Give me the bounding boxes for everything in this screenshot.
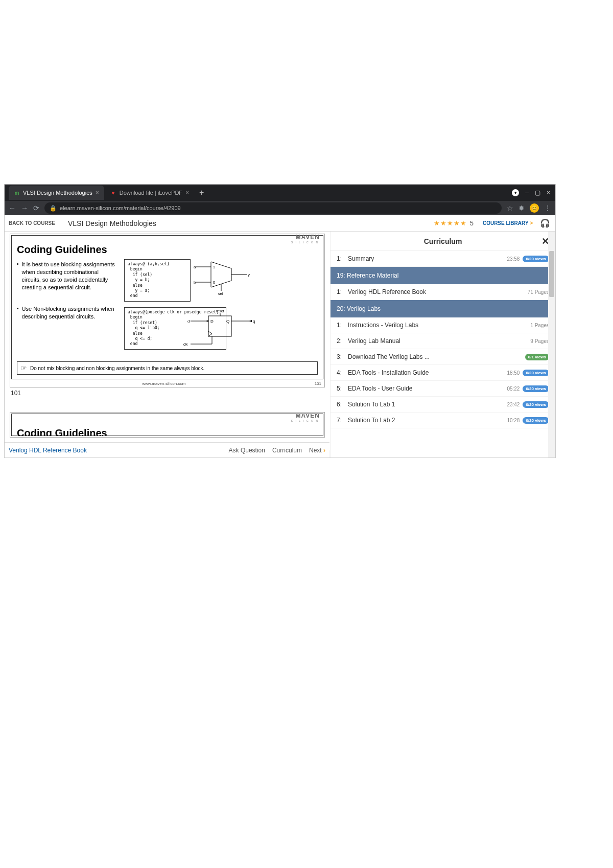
next-button[interactable]: Next › [309, 447, 325, 454]
sidebar-item-lab-3[interactable]: 3:Download The Verilog Labs ...0/1 views [331, 349, 555, 365]
svg-text:Q: Q [226, 319, 229, 324]
nav-forward-icon[interactable]: → [21, 204, 28, 212]
section-reference-material[interactable]: 19: Reference Material [331, 267, 555, 284]
browser-tab-1[interactable]: m VLSI Design Methodologies × [9, 186, 104, 200]
svg-marker-22 [206, 320, 208, 322]
url-text: elearn.maven-silicon.com/material/course… [60, 205, 181, 211]
nav-back-icon[interactable]: ← [9, 204, 16, 212]
window-close[interactable]: × [547, 189, 550, 196]
sidebar-item-summary[interactable]: 1: Summary 23:58 0/20 views [331, 251, 555, 267]
brand-logo: MAVEN [296, 234, 320, 241]
sidebar-item-lab-7[interactable]: 7:Solution To Lab 210:280/20 views [331, 413, 555, 428]
tab-title-2: Download file | iLovePDF [120, 190, 182, 196]
svg-text:reset: reset [216, 309, 224, 313]
views-badge: 0/20 views [523, 385, 549, 392]
window-minimize[interactable]: – [525, 189, 529, 196]
slide-next-peek: MAVEN S I L I C O N Coding Guidelines [10, 412, 325, 438]
rating-number: 5 [470, 219, 474, 227]
new-tab-button[interactable]: + [195, 188, 208, 197]
note-box: ☞ Do not mix blocking and non blocking a… [17, 361, 318, 375]
nav-reload-icon[interactable]: ⟳ [33, 204, 39, 212]
course-library-link[interactable]: COURSE LIBRARY > [483, 220, 533, 226]
svg-marker-23 [249, 320, 252, 322]
tab-close-1[interactable]: × [96, 189, 99, 196]
svg-text:sel: sel [218, 292, 223, 295]
bottom-bar: Verilog HDL Reference Book Ask Question … [5, 442, 329, 458]
svg-text:y: y [248, 272, 250, 277]
slide-title: Coding Guidelines [17, 244, 318, 256]
menu-icon[interactable]: ⋮ [544, 204, 551, 212]
page-number: 101 [11, 390, 330, 397]
sidebar-item-lab-2[interactable]: 2:Verilog Lab Manual9 Pages [331, 333, 555, 349]
main-area: MAVEN S I L I C O N Coding Guidelines • … [5, 232, 555, 458]
content-column: MAVEN S I L I C O N Coding Guidelines • … [5, 232, 331, 458]
sidebar-item-reference-book[interactable]: 1: Verilog HDL Reference Book 71 Pages [331, 284, 555, 300]
tab-favicon-2: ♥ [110, 190, 116, 196]
section-verilog-labs[interactable]: 20: Verilog Labs [331, 300, 555, 317]
slide-coding-guidelines: MAVEN S I L I C O N Coding Guidelines • … [10, 234, 325, 387]
vscroll-thumb[interactable] [549, 251, 554, 297]
window-maximize[interactable]: ▢ [535, 189, 540, 196]
curriculum-sidebar: Curriculum ✕ 1: Summary 23:58 0/20 views… [331, 232, 555, 458]
puzzle-icon[interactable]: ✸ [518, 204, 525, 212]
code-block-combinational: always@ (a,b,sel) begin if (sel) y = b; … [124, 259, 191, 302]
back-to-course-link[interactable]: BACK TO COURSE [5, 220, 65, 226]
svg-text:D: D [210, 319, 214, 324]
support-headset-icon[interactable]: 🎧 [540, 218, 550, 228]
tab-favicon-1: m [14, 190, 20, 196]
curriculum-link[interactable]: Curriculum [272, 447, 302, 454]
slide-title-2: Coding Guidelines [17, 427, 318, 436]
tab-title-1: VLSI Design Methodologies [23, 190, 92, 196]
mux-diagram: a b 1 0 y sel [196, 259, 252, 295]
vertical-scrollbar[interactable] [548, 232, 555, 458]
tab-close-2[interactable]: × [185, 189, 189, 196]
svg-text:d: d [187, 319, 190, 324]
svg-text:1: 1 [213, 265, 215, 269]
bottom-breadcrumb[interactable]: Verilog HDL Reference Book [9, 447, 87, 454]
svg-text:clk: clk [183, 342, 188, 346]
svg-text:q: q [253, 319, 255, 324]
browser-chrome: m VLSI Design Methodologies × ♥ Download… [5, 185, 555, 215]
sidebar-item-lab-4[interactable]: 4:EDA Tools - Installation Guide18:500/2… [331, 365, 555, 381]
sidebar-header: Curriculum ✕ [331, 232, 555, 251]
star-icon[interactable]: ☆ [507, 204, 513, 212]
browser-tab-2[interactable]: ♥ Download file | iLovePDF × [105, 186, 194, 200]
svg-text:0: 0 [213, 281, 215, 284]
rating-stars: ★★★★★ [434, 219, 467, 227]
svg-text:a: a [194, 265, 196, 269]
course-top-bar: BACK TO COURSE VLSI Design Methodologies… [5, 215, 555, 232]
views-badge: 0/20 views [523, 370, 549, 376]
sidebar-item-lab-1[interactable]: 1:Instructions - Verilog Labs1 Pages [331, 317, 555, 333]
sidebar-item-lab-6[interactable]: 6:Solution To Lab 123:420/20 views [331, 397, 555, 413]
profile-avatar[interactable]: 😊 [530, 203, 539, 213]
extension-icon[interactable]: ▾ [512, 189, 519, 196]
brand-logo-2: MAVEN [296, 414, 320, 419]
views-badge: 0/20 views [523, 401, 549, 408]
views-badge: 0/20 views [523, 256, 549, 262]
window-controls: ▾ – ▢ × [512, 189, 555, 196]
hand-icon: ☞ [20, 364, 27, 372]
address-bar: ← → ⟳ 🔒 elearn.maven-silicon.com/materia… [5, 201, 555, 215]
tab-strip: m VLSI Design Methodologies × ♥ Download… [5, 185, 555, 201]
brand-subtext-2: S I L I C O N [291, 419, 319, 422]
views-badge: 0/1 views [525, 354, 549, 360]
views-badge: 0/20 views [523, 417, 549, 424]
lock-icon: 🔒 [50, 205, 57, 212]
dff-diagram: d D Q q clk reset [180, 313, 262, 349]
course-title: VLSI Design Methodologies [65, 219, 156, 227]
ask-question-link[interactable]: Ask Question [229, 447, 265, 454]
sidebar-item-lab-5[interactable]: 5:EDA Tools - User Guide05:220/20 views [331, 381, 555, 397]
brand-subtext: S I L I C O N [291, 241, 319, 244]
url-input[interactable]: 🔒 elearn.maven-silicon.com/material/cour… [44, 202, 502, 214]
svg-text:b: b [194, 280, 196, 285]
slide-footer: www.maven-silicon.com 101 [10, 380, 324, 387]
